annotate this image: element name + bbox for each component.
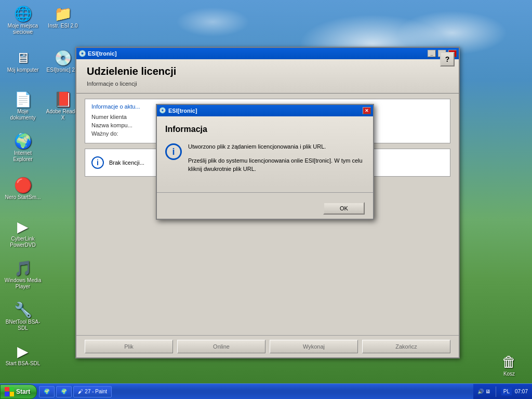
taskbar-ie-icon: 🌍 (44, 389, 50, 394)
desktop-icon-cyberlink[interactable]: ▶ CyberLink PowerDVD (4, 218, 42, 248)
info-dialog-body: i Utworzono plik z żądaniem licencjonowa… (165, 142, 365, 179)
instr-icon: 📁 (55, 5, 71, 22)
desktop-icon-windows-media-player[interactable]: 🎵 Windows Media Player (4, 260, 42, 290)
cyberlink-label: CyberLink PowerDVD (4, 236, 42, 248)
info-dialog-close-button[interactable]: ✕ (363, 107, 371, 114)
desktop-icon-bnettool[interactable]: 🔧 BNetTool BSA-SDL (4, 301, 42, 331)
online-button[interactable]: Online (177, 340, 265, 353)
esi-footer: Plik Online Wykonaj Zakończ (76, 335, 459, 357)
cyberlink-icon: ▶ (15, 218, 31, 235)
taskbar: Start 🌍 🌍 🖌 27 - Paint 🔊 🖥 PL 07:07 (0, 383, 532, 399)
esi-header-title: Udzielenie licencji (87, 65, 448, 77)
start-button[interactable]: Start (0, 384, 37, 399)
desktop-icon-moje-miejsca[interactable]: 🌐 Moje miejsca sieciowe (4, 5, 42, 35)
taskbar-paint-label: 27 - Paint (85, 389, 107, 394)
desktop: 🌐 Moje miejsca sieciowe 📁 Instr. ESI 2.0… (0, 0, 532, 399)
bnettool-icon: 🔧 (15, 301, 31, 318)
info-dialog-icon: 💿 (159, 107, 166, 114)
dialog-separator (157, 192, 373, 193)
moje-dokumenty-label: Moje dokumenty (4, 109, 42, 121)
taskbar-ie-button[interactable]: 🌍 (39, 386, 55, 397)
nero-label: Nero StartSm... (4, 194, 42, 201)
ok-button[interactable]: OK (323, 202, 365, 215)
start-bsa-label: Start BSA-SDL (4, 361, 42, 367)
esi-help-button[interactable]: ? (440, 52, 455, 66)
info-dialog-footer: OK (157, 198, 373, 219)
info-dialog-info-icon: i (165, 143, 182, 160)
info-dialog-text: Utworzono plik z żądaniem licencjonowani… (188, 142, 365, 179)
esi-main-window-icon: 💿 (78, 50, 86, 57)
esi-main-title: ESI[tronic] (88, 50, 425, 57)
desktop-icon-moje-dokumenty[interactable]: 📄 Moje dokumenty (4, 91, 42, 121)
info-dialog-content: Informacja i Utworzono plik z żądaniem l… (157, 116, 373, 187)
nero-icon: 🔴 (15, 177, 31, 193)
info-dialog: 💿 ESI[tronic] ✕ Informacja i Utworzono p… (156, 104, 374, 220)
kosz-label: Kosz (490, 371, 528, 377)
instr-label: Instr. ESI 2.0 (44, 23, 82, 29)
bnettool-label: BNetTool BSA-SDL (4, 319, 42, 331)
numer-klienta-label: Numer klienta (91, 114, 154, 120)
desktop-icon-kosz[interactable]: 🗑 Kosz (490, 353, 528, 377)
desktop-icon-moj-komputer[interactable]: 🖥 Mój komputer (4, 49, 42, 73)
info-dialog-text2: Prześlij plik do systemu licencjonowania… (188, 156, 365, 174)
windows-logo-icon (5, 387, 14, 396)
desktop-icon-nero[interactable]: 🔴 Nero StartSm... (4, 177, 42, 201)
moje-miejsca-label: Moje miejsca sieciowe (4, 23, 42, 35)
info-dialog-title: ESI[tronic] (168, 108, 361, 114)
esi-main-titlebar: 💿 ESI[tronic] _ □ ✕ (76, 48, 459, 59)
taskbar-ie2-button[interactable]: 🌍 (56, 386, 72, 397)
wazny-do-label: Ważny do: (91, 130, 154, 137)
wmp-label: Windows Media Player (4, 277, 42, 290)
taskbar-divider (496, 387, 496, 397)
start-bsa-icon: ▶ (15, 343, 31, 360)
wykonaj-button[interactable]: Wykonaj (270, 340, 358, 353)
start-label: Start (16, 388, 30, 395)
taskbar-language: PL (501, 388, 512, 395)
internet-explorer-label: Internet Explorer (4, 150, 42, 163)
nazwa-komputera-label: Nazwa kompu... (91, 122, 154, 128)
moje-dokumenty-icon: 📄 (15, 91, 31, 108)
taskbar-time: 07:07 (515, 389, 528, 394)
desktop-icon-internet-explorer[interactable]: 🌍 Internet Explorer (4, 132, 42, 163)
info-dialog-text1: Utworzono plik z żądaniem licencjonowani… (188, 142, 365, 151)
info-dialog-heading: Informacja (165, 125, 365, 134)
taskbar-paint-icon: 🖌 (78, 389, 83, 394)
esi-tronic-icon: 💿 (55, 49, 71, 66)
adobe-icon: 📕 (55, 91, 71, 108)
zakoncz-button[interactable]: Zakończ (362, 340, 450, 353)
wmp-icon: 🎵 (15, 260, 31, 276)
desktop-icon-instr[interactable]: 📁 Instr. ESI 2.0 (44, 5, 82, 29)
license-info-icon: i (91, 156, 104, 169)
moje-miejsca-icon: 🌐 (15, 5, 31, 22)
moj-komputer-icon: 🖥 (15, 49, 31, 66)
esi-main-minimize-button[interactable]: _ (428, 50, 436, 57)
taskbar-paint-button[interactable]: 🖌 27 - Paint (73, 386, 112, 397)
license-text: Brak licencji... (109, 159, 144, 166)
taskbar-ie2-icon: 🌍 (61, 389, 67, 394)
taskbar-right: 🔊 🖥 PL 07:07 (473, 384, 532, 399)
info-dialog-titlebar: 💿 ESI[tronic] ✕ (157, 105, 373, 116)
esi-header-subtitle: Informacje o licencji (87, 81, 448, 87)
moj-komputer-label: Mój komputer (4, 67, 42, 73)
plik-button[interactable]: Plik (85, 340, 173, 353)
kosz-icon: 🗑 (501, 353, 517, 370)
taskbar-icons-area: 🔊 🖥 (477, 389, 490, 394)
desktop-icon-start-bsa[interactable]: ▶ Start BSA-SDL (4, 343, 42, 367)
internet-explorer-icon: 🌍 (15, 132, 31, 149)
esi-header: Udzielenie licencji Informacje o licencj… (76, 59, 459, 94)
